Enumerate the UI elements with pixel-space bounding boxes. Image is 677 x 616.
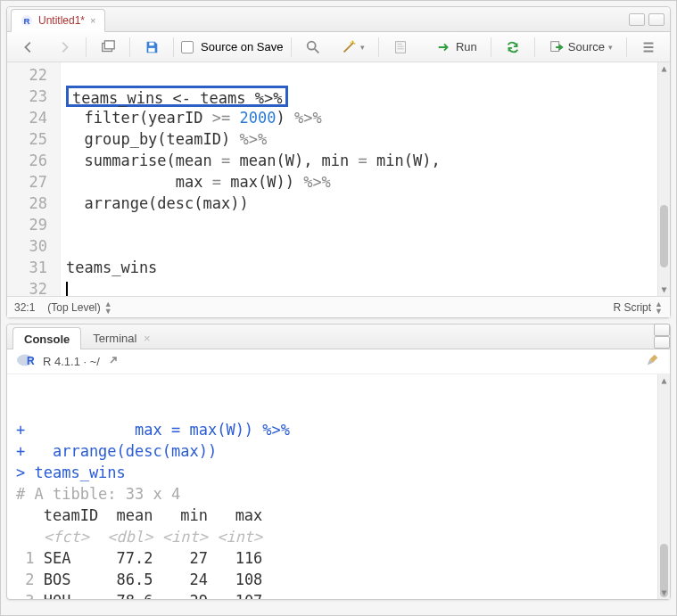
run-label: Run (456, 40, 477, 53)
pane-window-controls (629, 13, 670, 26)
line-number: 29 (7, 214, 47, 235)
code-line[interactable]: arrange(desc(max)) (66, 193, 670, 214)
console-info-bar: R R 4.1.1 · ~/ (7, 349, 670, 374)
console-line: # A tibble: 33 x 4 (16, 483, 670, 505)
source-button[interactable]: Source ▾ (542, 36, 619, 59)
console-line: + max = max(W)) %>% (16, 419, 670, 440)
maximize-pane-button[interactable] (654, 336, 670, 349)
updown-icon: ▲▼ (655, 300, 663, 315)
svg-point-6 (307, 41, 315, 49)
line-number: 30 (7, 235, 47, 257)
popout-icon (100, 39, 116, 55)
notebook-icon (392, 39, 409, 55)
console-line: <fct> <dbl> <int> <int> (16, 526, 670, 547)
code-line[interactable] (66, 214, 670, 235)
code-editor[interactable]: 2223242526272829303132 teams_wins <- tea… (7, 62, 670, 296)
save-button[interactable] (137, 36, 166, 59)
outline-icon (640, 39, 656, 55)
close-icon[interactable]: × (90, 15, 95, 26)
line-gutter: 2223242526272829303132 (7, 62, 61, 296)
line-number: 22 (7, 64, 47, 86)
rerun-icon (505, 39, 521, 55)
code-line[interactable] (66, 64, 670, 86)
scroll-down-icon[interactable]: ▼ (658, 587, 670, 599)
code-area[interactable]: teams_wins <- teams %>% filter(yearID >=… (61, 62, 670, 296)
console-output[interactable]: + max = max(W)) %>%+ arrange(desc(max))>… (7, 374, 670, 599)
forward-button[interactable] (50, 36, 78, 59)
r-file-icon: R (21, 14, 33, 27)
tab-console-label: Console (24, 333, 70, 346)
rerun-button[interactable] (499, 36, 527, 59)
cursor-position: 32:1 (14, 301, 35, 314)
console-tabbar: Console Terminal × (7, 324, 670, 349)
console-info-text: R 4.1.1 · ~/ (43, 355, 100, 368)
minimize-pane-button[interactable] (654, 324, 670, 336)
language-label: R Script (613, 301, 651, 314)
line-number: 25 (7, 128, 47, 150)
line-number: 28 (7, 193, 47, 214)
code-tools-button[interactable]: ▾ (334, 36, 371, 59)
code-line[interactable] (66, 278, 670, 296)
minimize-pane-button[interactable] (629, 13, 645, 26)
console-line: 1 SEA 77.2 27 116 (16, 547, 670, 569)
svg-rect-5 (148, 47, 154, 52)
code-line[interactable]: filter(yearID >= 2000) %>% (66, 107, 670, 128)
source-on-save-checkbox[interactable] (181, 41, 194, 53)
code-line[interactable]: summarise(mean = mean(W), min = min(W), (66, 150, 670, 171)
line-number: 27 (7, 171, 47, 193)
show-in-new-window-button[interactable] (94, 36, 122, 59)
updown-icon: ▲▼ (104, 300, 112, 315)
source-pane: R Untitled1* × Source on Save (6, 6, 671, 318)
scroll-thumb[interactable] (660, 205, 668, 267)
code-line[interactable]: group_by(teamID) %>% (66, 128, 670, 150)
console-pane: Console Terminal × R R 4.1.1 · ~/ + max … (6, 324, 671, 600)
code-line[interactable]: teams_wins <- teams %>% (66, 86, 670, 107)
maximize-pane-button[interactable] (648, 13, 665, 26)
code-line[interactable] (66, 235, 670, 257)
source-icon (549, 39, 565, 55)
popout-icon[interactable] (107, 354, 120, 369)
line-number: 23 (7, 86, 47, 107)
tab-console[interactable]: Console (12, 327, 81, 349)
editor-tabbar: R Untitled1* × (7, 7, 670, 32)
wand-icon (341, 39, 357, 55)
close-icon[interactable]: × (144, 332, 151, 345)
console-scrollbar[interactable]: ▲ ▼ (657, 374, 670, 599)
broom-icon (645, 352, 661, 368)
run-button[interactable]: Run (430, 36, 483, 59)
language-selector[interactable]: R Script ▲▼ (613, 300, 663, 315)
arrow-left-icon (21, 39, 37, 55)
scope-selector[interactable]: (Top Level) ▲▼ (47, 300, 111, 315)
editor-tab[interactable]: R Untitled1* × (11, 9, 105, 32)
outline-button[interactable] (634, 36, 663, 59)
tab-terminal-label: Terminal (93, 332, 136, 345)
line-number: 32 (7, 278, 47, 296)
console-line: > teams_wins (16, 462, 670, 483)
source-label: Source (568, 40, 605, 53)
text-cursor (66, 282, 68, 296)
editor-scrollbar[interactable]: ▲ ▼ (657, 62, 670, 296)
tab-terminal[interactable]: Terminal × (81, 326, 161, 349)
console-line: 2 BOS 86.5 24 108 (16, 569, 670, 590)
code-line[interactable]: teams_wins (66, 257, 670, 278)
find-button[interactable] (299, 36, 327, 59)
line-number: 26 (7, 150, 47, 171)
scroll-down-icon[interactable]: ▼ (658, 283, 670, 296)
highlighted-code: teams_wins <- teams %>% (66, 86, 288, 107)
pane-window-controls (654, 324, 670, 349)
compile-report-button[interactable] (386, 36, 415, 59)
svg-rect-7 (395, 41, 405, 53)
scope-label: (Top Level) (47, 301, 100, 314)
line-number: 31 (7, 257, 47, 278)
editor-statusbar: 32:1 (Top Level) ▲▼ R Script ▲▼ (7, 296, 670, 317)
line-number: 24 (7, 107, 47, 128)
svg-text:R: R (24, 15, 30, 25)
search-icon (305, 39, 321, 55)
clear-console-button[interactable] (645, 352, 661, 371)
back-button[interactable] (14, 36, 43, 59)
arrow-right-icon (56, 39, 72, 55)
scroll-up-icon[interactable]: ▲ (658, 62, 670, 75)
scroll-up-icon[interactable]: ▲ (658, 374, 670, 387)
console-line: + arrange(desc(max)) (16, 440, 670, 462)
code-line[interactable]: max = max(W)) %>% (66, 171, 670, 193)
